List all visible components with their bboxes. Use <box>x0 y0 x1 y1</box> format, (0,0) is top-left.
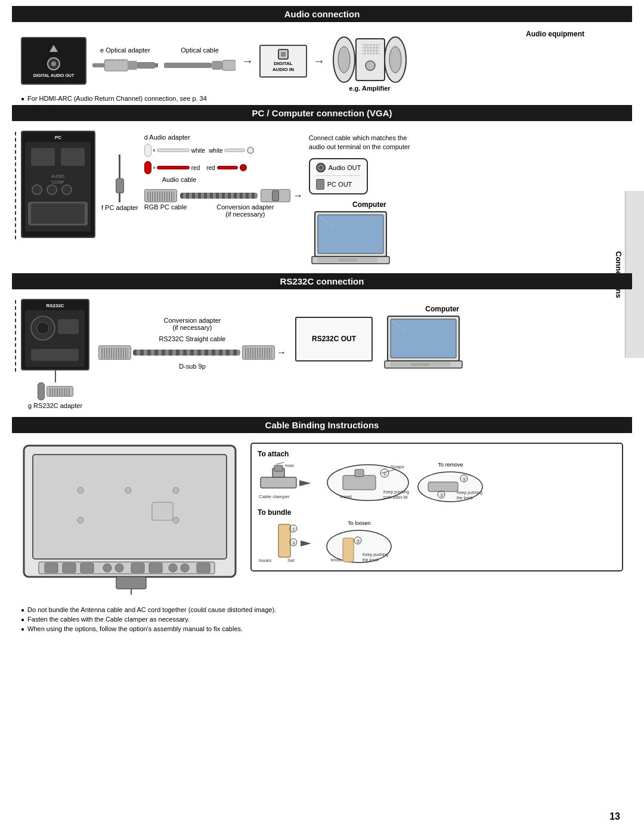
tv-back-view <box>21 443 242 597</box>
white-label-1: white <box>191 147 205 154</box>
conversion-adapter-label: Conversion adapter(if necessary) <box>216 203 274 218</box>
svg-rect-9 <box>128 61 137 70</box>
digital-audio-in-label: DIGITALAUDIO IN <box>273 61 294 72</box>
svg-rect-40 <box>318 215 383 254</box>
red-label-2: red <box>206 165 215 171</box>
tv-audio-out-port: DIGITAL AUDIO OUT <box>21 37 86 85</box>
svg-text:Cable clamper: Cable clamper <box>259 494 290 499</box>
rs232c-section-title: RS232C connection <box>12 273 632 289</box>
pc-port-box: PC AUDIO COMP <box>21 131 95 238</box>
svg-rect-62 <box>152 502 173 520</box>
eg-amplifier-label: e.g. Amplifier <box>349 85 390 92</box>
pc-cable-note: Connect cable which matches theaudio out… <box>309 134 410 152</box>
rgb-cable-label: RGB PC cable <box>144 203 187 218</box>
svg-rect-1 <box>92 63 104 67</box>
svg-marker-108 <box>301 540 311 546</box>
svg-text:Keep pushing: Keep pushing <box>363 552 388 557</box>
tv-back-svg <box>21 443 242 595</box>
svg-text:the knob: the knob <box>457 496 473 500</box>
svg-rect-47 <box>58 319 79 334</box>
svg-point-27 <box>366 61 375 70</box>
svg-text:COMP: COMP <box>52 180 64 184</box>
optical-adapter-svg <box>92 55 158 76</box>
rs232c-laptop-svg <box>382 313 465 370</box>
svg-text:both sides till: both sides till <box>383 495 408 499</box>
rs232c-computer-group: Computer <box>382 305 465 370</box>
svg-text:knob: knob <box>331 557 342 563</box>
digital-audio-out-port <box>47 57 60 70</box>
computer-group: Computer <box>309 200 392 265</box>
bundle-row: ① ② hooks Set To loosen <box>258 520 616 564</box>
rs232c-cable-area: Conversion adapter(if necessary) RS232C … <box>98 317 286 370</box>
svg-text:②: ② <box>292 540 296 546</box>
footer-note-2: Fasten the cables with the Cable clamper… <box>21 616 623 623</box>
svg-point-38 <box>62 185 72 194</box>
arrow-right-2: → <box>313 54 325 68</box>
rs232c-port-svg <box>25 310 85 367</box>
audio-out-box: Audio OUT PC OUT <box>309 158 368 194</box>
to-attach-title: To attach <box>258 450 616 458</box>
svg-rect-73 <box>197 563 210 573</box>
svg-rect-69 <box>131 563 144 573</box>
svg-rect-65 <box>63 563 76 573</box>
optical-cable-svg <box>164 55 236 76</box>
svg-rect-50 <box>391 319 456 358</box>
pc-section: PC / Computer connection (VGA) PC AUD <box>12 105 632 270</box>
pc-adapter-label: f PC adapter <box>101 204 138 211</box>
optical-adapter-group: e Optical adapter <box>92 47 158 76</box>
digital-audio-out-label: DIGITAL AUDIO OUT <box>33 73 74 78</box>
page-container: Audio connection DIGITAL AUDIO OUT <box>0 0 644 647</box>
svg-point-29 <box>389 47 401 73</box>
svg-rect-66 <box>80 563 94 573</box>
to-remove-label: To remove <box>438 462 463 468</box>
svg-rect-54 <box>411 363 429 366</box>
conversion-adapter-rs-label: Conversion adapter(if necessary) <box>163 317 221 331</box>
remove-oval-svg: ① ② Keep pushing the knob <box>416 469 485 503</box>
bundle-right-svg: ② knob Keep pushing the knob <box>325 527 394 564</box>
svg-marker-79 <box>299 480 311 486</box>
pc-out-icon <box>316 179 324 190</box>
svg-rect-10 <box>137 62 155 69</box>
footer-note-3: When using the options, follow the optio… <box>21 625 623 632</box>
pc-port-svg: AUDIO COMP <box>25 142 91 231</box>
svg-point-58 <box>125 487 131 493</box>
arrow-right-4: → <box>277 347 286 358</box>
svg-text:hooks: hooks <box>259 558 271 563</box>
attach-oval-svg: ① Snaps Insert Keep pushing both sides t… <box>325 462 411 503</box>
footer-note-1: Do not bundle the Antenna cable and AC c… <box>21 606 623 613</box>
svg-rect-96 <box>428 482 458 492</box>
svg-point-71 <box>169 564 177 572</box>
audio-out-label: Audio OUT <box>329 164 361 171</box>
svg-point-46 <box>37 322 49 334</box>
rs232c-straight-cable-label: RS232C Straight cable <box>159 335 226 342</box>
cable-binding-title: Cable Binding Instructions <box>12 417 632 433</box>
svg-text:Keep pushing: Keep pushing <box>457 490 482 495</box>
svg-text:hole: hole <box>285 463 295 468</box>
svg-rect-32 <box>31 148 55 166</box>
svg-rect-33 <box>61 148 85 166</box>
to-loosen-label: To loosen <box>348 520 371 526</box>
svg-rect-88 <box>343 475 376 490</box>
svg-rect-31 <box>31 203 85 224</box>
svg-text:①: ① <box>462 477 466 482</box>
svg-rect-78 <box>274 465 283 471</box>
footer-notes: Do not bundle the Antenna cable and AC c… <box>12 606 632 632</box>
white-label-2: white <box>209 147 222 154</box>
svg-rect-76 <box>261 477 296 488</box>
attach-row: hole Cable clamper ① Snaps <box>258 462 616 503</box>
pc-out-label: PC OUT <box>327 181 352 188</box>
rs232c-port-label: RS232C <box>25 303 85 308</box>
svg-rect-2 <box>104 60 128 71</box>
computer-label-pc: Computer <box>352 200 386 209</box>
cable-binding-section: Cable Binding Instructions <box>12 417 632 632</box>
digital-audio-in-device: DIGITALAUDIO IN <box>259 45 307 78</box>
svg-rect-110 <box>343 538 354 562</box>
svg-point-59 <box>173 487 179 493</box>
svg-point-60 <box>78 517 83 523</box>
svg-text:②: ② <box>356 539 360 544</box>
svg-rect-64 <box>45 563 58 573</box>
svg-rect-48 <box>31 349 79 361</box>
cable-binding-instructions: To attach hole Cable clampe <box>250 443 623 571</box>
svg-point-16 <box>338 47 350 73</box>
tv-plug-left: f PC adapter <box>101 155 138 211</box>
